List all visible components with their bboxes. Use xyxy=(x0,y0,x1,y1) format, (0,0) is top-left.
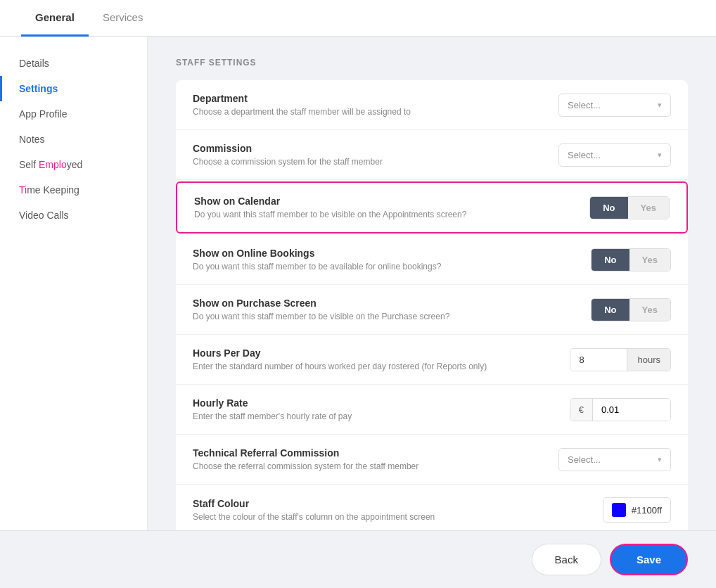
hours-per-day-input[interactable] xyxy=(570,349,627,371)
chevron-down-icon: ▾ xyxy=(658,101,662,110)
setting-label-hourly-rate: Hourly Rate Enter the staff member's hou… xyxy=(193,397,570,421)
setting-label-show-on-calendar: Show on Calendar Do you want this staff … xyxy=(194,196,589,219)
color-value-text: #1100ff xyxy=(632,505,662,516)
settings-card: Department Choose a department the staff… xyxy=(176,80,688,535)
setting-control-technical-referral: Select... ▾ xyxy=(558,448,671,471)
sidebar: Details Settings App Profile Notes Self … xyxy=(0,37,148,587)
setting-control-staff-colour: #1100ff xyxy=(603,497,671,523)
staff-colour-picker[interactable]: #1100ff xyxy=(603,497,671,523)
sidebar-item-details[interactable]: Details xyxy=(0,51,147,76)
sidebar-item-notes[interactable]: Notes xyxy=(0,127,147,152)
setting-label-hours-per-day: Hours Per Day Enter the standard number … xyxy=(193,347,570,371)
setting-label-department: Department Choose a department the staff… xyxy=(193,93,558,117)
toggle-yes-calendar[interactable]: Yes xyxy=(628,197,669,219)
tab-services[interactable]: Services xyxy=(89,0,158,37)
sidebar-item-self-employed[interactable]: Self Employed xyxy=(0,152,147,177)
commission-select[interactable]: Select... ▾ xyxy=(558,143,671,167)
back-button[interactable]: Back xyxy=(532,544,601,575)
toggle-no-calendar[interactable]: No xyxy=(590,197,627,219)
sidebar-item-video-calls[interactable]: Video Calls xyxy=(0,203,147,228)
toggle-no-purchase[interactable]: No xyxy=(592,299,629,321)
setting-control-commission: Select... ▾ xyxy=(558,143,671,167)
setting-row-department: Department Choose a department the staff… xyxy=(176,80,688,130)
sidebar-item-app-profile[interactable]: App Profile xyxy=(0,101,147,127)
setting-row-hourly-rate: Hourly Rate Enter the staff member's hou… xyxy=(176,385,688,435)
department-select[interactable]: Select... ▾ xyxy=(558,94,671,117)
setting-row-commission: Commission Choose a commission system fo… xyxy=(176,130,688,180)
setting-row-staff-colour: Staff Colour Select the colour of the st… xyxy=(176,485,688,535)
setting-label-online-bookings: Show on Online Bookings Do you want this… xyxy=(193,248,591,271)
online-bookings-toggle: No Yes xyxy=(591,248,671,271)
chevron-down-icon: ▾ xyxy=(658,455,662,464)
setting-row-technical-referral: Technical Referral Commission Choose the… xyxy=(176,435,688,485)
sidebar-item-time-keeping[interactable]: Time Keeping xyxy=(0,177,147,203)
setting-label-commission: Commission Choose a commission system fo… xyxy=(193,143,558,167)
chevron-down-icon: ▾ xyxy=(658,151,662,160)
setting-label-technical-referral: Technical Referral Commission Choose the… xyxy=(193,447,558,471)
sidebar-item-settings[interactable]: Settings xyxy=(0,76,147,101)
currency-symbol: € xyxy=(570,399,593,421)
setting-control-show-on-calendar: No Yes xyxy=(589,196,670,219)
color-swatch xyxy=(612,503,626,517)
setting-row-hours-per-day: Hours Per Day Enter the standard number … xyxy=(176,335,688,385)
highlighted-show-on-calendar-wrapper: Show on Calendar Do you want this staff … xyxy=(176,181,688,234)
top-tabs-bar: General Services xyxy=(0,0,716,37)
save-button[interactable]: Save xyxy=(610,544,688,575)
currency-input-group: € xyxy=(570,398,671,421)
footer-actions: Back Save xyxy=(0,530,716,587)
hours-unit-label: hours xyxy=(627,349,670,371)
setting-control-purchase-screen: No Yes xyxy=(591,298,671,321)
toggle-yes-online-bookings[interactable]: Yes xyxy=(629,249,670,271)
setting-control-department: Select... ▾ xyxy=(558,94,671,117)
setting-label-staff-colour: Staff Colour Select the colour of the st… xyxy=(193,498,603,522)
hours-input-group: hours xyxy=(570,348,671,371)
setting-label-purchase-screen: Show on Purchase Screen Do you want this… xyxy=(193,298,591,321)
setting-control-hourly-rate: € xyxy=(570,398,671,421)
tab-general[interactable]: General xyxy=(21,0,89,37)
section-title: STAFF SETTINGS xyxy=(176,58,688,68)
main-content: STAFF SETTINGS Department Choose a depar… xyxy=(148,37,716,587)
show-on-calendar-toggle: No Yes xyxy=(589,196,670,219)
setting-control-online-bookings: No Yes xyxy=(591,248,671,271)
purchase-screen-toggle: No Yes xyxy=(591,298,671,321)
toggle-yes-purchase[interactable]: Yes xyxy=(629,299,670,321)
setting-row-show-on-calendar: Show on Calendar Do you want this staff … xyxy=(177,183,686,232)
setting-control-hours-per-day: hours xyxy=(570,348,671,371)
setting-row-online-bookings: Show on Online Bookings Do you want this… xyxy=(176,235,688,285)
toggle-no-online-bookings[interactable]: No xyxy=(592,249,629,271)
technical-referral-select[interactable]: Select... ▾ xyxy=(558,448,671,471)
hourly-rate-input[interactable] xyxy=(593,399,670,421)
setting-row-purchase-screen: Show on Purchase Screen Do you want this… xyxy=(176,285,688,335)
